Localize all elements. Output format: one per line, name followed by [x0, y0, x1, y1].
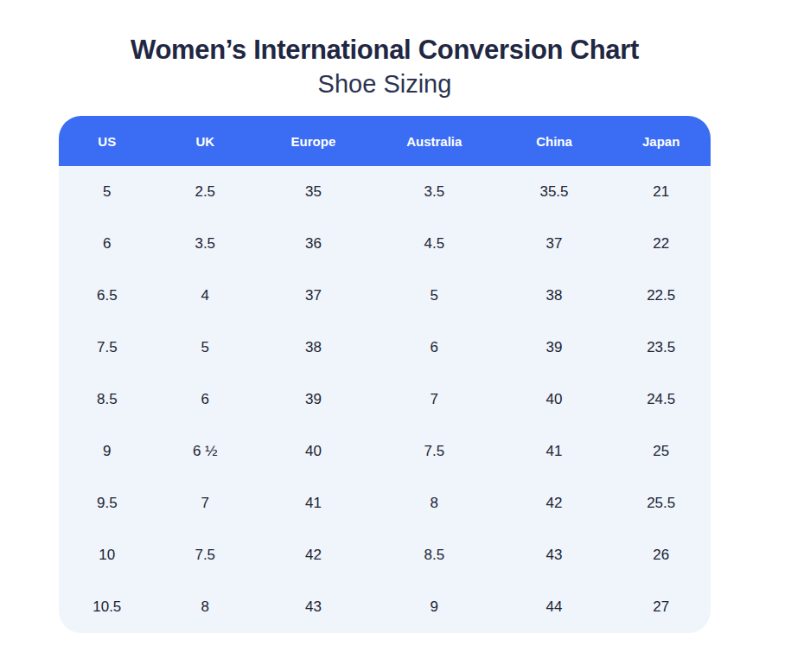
size-cell: 41: [255, 477, 372, 529]
column-header-china: China: [497, 116, 612, 166]
size-cell: 4: [156, 270, 255, 322]
table-row: 7.553863923.5: [59, 322, 711, 374]
table-header-row: USUKEuropeAustraliaChinaJapan: [59, 116, 711, 166]
size-cell: 27: [611, 581, 711, 633]
size-cell: 8.5: [372, 529, 497, 581]
size-cell: 5: [372, 270, 497, 322]
size-cell: 22: [611, 218, 711, 270]
page: Women’s International Conversion Chart S…: [0, 0, 791, 672]
column-header-japan: Japan: [611, 116, 711, 166]
table-row: 63.5364.53722: [59, 218, 711, 270]
size-cell: 35: [255, 166, 372, 218]
size-cell: 37: [255, 270, 372, 322]
size-cell: 42: [497, 477, 612, 529]
shoe-size-conversion-table: USUKEuropeAustraliaChinaJapan 52.5353.53…: [59, 116, 711, 633]
size-cell: 2.5: [156, 166, 255, 218]
size-cell: 43: [497, 529, 612, 581]
size-cell: 35.5: [497, 166, 612, 218]
size-cell: 10: [59, 529, 156, 581]
size-cell: 6: [59, 218, 156, 270]
size-cell: 10.5: [59, 581, 156, 633]
conversion-table-container: USUKEuropeAustraliaChinaJapan 52.5353.53…: [59, 116, 711, 633]
size-cell: 42: [255, 529, 372, 581]
size-cell: 6.5: [59, 270, 156, 322]
size-cell: 38: [497, 270, 612, 322]
size-cell: 38: [255, 322, 372, 374]
size-cell: 36: [255, 218, 372, 270]
table-row: 107.5428.54326: [59, 529, 711, 581]
size-cell: 6: [372, 322, 497, 374]
size-cell: 37: [497, 218, 612, 270]
size-cell: 3.5: [156, 218, 255, 270]
table-row: 6.543753822.5: [59, 270, 711, 322]
size-cell: 5: [59, 166, 156, 218]
table-row: 96 ½407.54125: [59, 426, 711, 477]
size-cell: 22.5: [611, 270, 711, 322]
title-block: Women’s International Conversion Chart S…: [59, 33, 711, 100]
size-cell: 41: [497, 426, 612, 477]
size-cell: 7: [156, 477, 255, 529]
size-cell: 4.5: [372, 218, 497, 270]
size-cell: 8.5: [59, 374, 156, 426]
size-cell: 9: [59, 426, 156, 477]
table-row: 52.5353.535.521: [59, 166, 711, 218]
size-cell: 7.5: [372, 426, 497, 477]
size-cell: 39: [497, 322, 612, 374]
size-cell: 21: [611, 166, 711, 218]
size-cell: 25.5: [611, 477, 711, 529]
size-cell: 5: [156, 322, 255, 374]
size-cell: 40: [497, 374, 612, 426]
content-wrapper: Women’s International Conversion Chart S…: [59, 0, 711, 633]
size-cell: 7.5: [59, 322, 156, 374]
size-cell: 9.5: [59, 477, 156, 529]
column-header-uk: UK: [156, 116, 255, 166]
size-cell: 44: [497, 581, 612, 633]
page-title: Women’s International Conversion Chart: [59, 33, 711, 67]
column-header-australia: Australia: [372, 116, 497, 166]
size-cell: 8: [156, 581, 255, 633]
size-cell: 40: [255, 426, 372, 477]
size-cell: 8: [372, 477, 497, 529]
column-header-europe: Europe: [255, 116, 372, 166]
size-cell: 43: [255, 581, 372, 633]
size-cell: 7: [372, 374, 497, 426]
table-row: 9.574184225.5: [59, 477, 711, 529]
table-row: 8.563974024.5: [59, 374, 711, 426]
size-cell: 9: [372, 581, 497, 633]
size-cell: 25: [611, 426, 711, 477]
size-cell: 23.5: [611, 322, 711, 374]
size-cell: 26: [611, 529, 711, 581]
size-cell: 3.5: [372, 166, 497, 218]
size-cell: 39: [255, 374, 372, 426]
size-cell: 24.5: [611, 374, 711, 426]
size-cell: 6 ½: [156, 426, 255, 477]
column-header-us: US: [59, 116, 156, 166]
size-cell: 7.5: [156, 529, 255, 581]
page-subtitle: Shoe Sizing: [59, 67, 711, 100]
table-row: 10.584394427: [59, 581, 711, 633]
size-cell: 6: [156, 374, 255, 426]
